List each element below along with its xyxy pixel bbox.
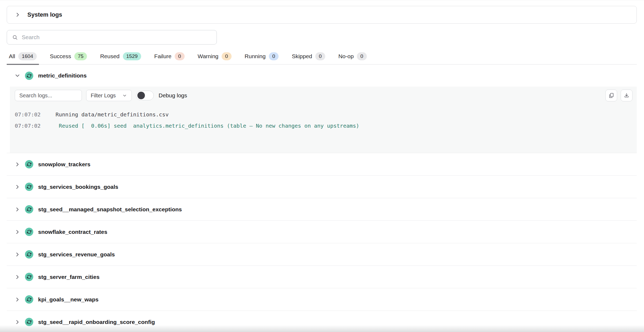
tab-count-badge: 1604 <box>18 52 36 60</box>
tab-reused[interactable]: Reused 1529 <box>98 52 143 65</box>
system-logs-title: System logs <box>27 11 62 18</box>
tab-label: Running <box>245 53 266 60</box>
chevron-down-icon <box>122 94 127 98</box>
tab-count-badge: 0 <box>269 52 279 60</box>
log-timestamp: 07:07:02 <box>15 120 56 131</box>
tab-count-badge: 0 <box>222 52 232 60</box>
node-label: snowplow_trackers <box>38 161 90 168</box>
log-group-row[interactable]: stg_seed__rapid_onboarding_score_config <box>7 311 637 332</box>
log-timestamp: 07:07:02 <box>15 109 56 120</box>
log-group-row[interactable]: kpi_goals__new_waps <box>7 288 637 311</box>
node-label: stg_server_farm_cities <box>38 274 100 280</box>
tab-failure[interactable]: Failure 0 <box>152 52 187 65</box>
log-line: 07:07:02 Running data/metric_definitions… <box>15 109 632 120</box>
tab-label: Failure <box>154 53 171 60</box>
node-label: stg_services_revenue_goals <box>38 251 115 258</box>
node-label: metric_definitions <box>38 72 87 79</box>
filter-logs-dropdown[interactable]: Filter Logs <box>86 90 132 101</box>
search-box[interactable] <box>7 30 217 45</box>
tab-success[interactable]: Success 75 <box>48 52 89 65</box>
log-group-row[interactable]: stg_services_bookings_goals <box>7 176 637 198</box>
node-label: stg_seed__managed_snapshot_selection_exc… <box>38 206 182 213</box>
reused-status-icon <box>25 72 33 80</box>
tab-label: Warning <box>198 53 218 60</box>
node-label: stg_seed__rapid_onboarding_score_config <box>38 319 155 325</box>
tab-label: All <box>9 53 15 60</box>
log-toolbar: Filter Logs Debug logs <box>15 90 632 101</box>
log-line: 07:07:02 Reused [ 0.06s] seed analytics.… <box>15 120 632 131</box>
chevron-right-icon[interactable] <box>15 184 20 190</box>
log-group-row[interactable]: stg_server_farm_cities <box>7 266 637 288</box>
debug-logs-toggle[interactable] <box>136 91 154 100</box>
chevron-right-icon[interactable] <box>15 229 20 235</box>
reused-status-icon <box>25 160 33 168</box>
log-group-row[interactable]: snowplow_trackers <box>7 153 637 176</box>
node-label: kpi_goals__new_waps <box>38 296 98 303</box>
tab-count-badge: 75 <box>74 52 87 60</box>
tab-no-op[interactable]: No-op 0 <box>336 52 369 65</box>
tab-label: Reused <box>100 53 119 60</box>
toggle-knob <box>137 92 145 99</box>
tab-running[interactable]: Running 0 <box>243 52 281 65</box>
tab-warning[interactable]: Warning 0 <box>196 52 234 65</box>
reused-status-icon <box>25 183 33 191</box>
chevron-right-icon[interactable] <box>15 207 20 212</box>
tab-count-badge: 0 <box>175 52 185 60</box>
tab-skipped[interactable]: Skipped 0 <box>290 52 327 65</box>
chevron-right-icon[interactable] <box>15 319 20 325</box>
log-group-row[interactable]: stg_seed__managed_snapshot_selection_exc… <box>7 198 637 221</box>
reused-status-icon <box>25 228 33 236</box>
log-search-box[interactable] <box>15 90 82 101</box>
tab-count-badge: 0 <box>315 52 325 60</box>
chevron-right-icon[interactable] <box>15 162 20 167</box>
status-tabs: All 1604 Success 75 Reused 1529 Failure … <box>7 52 637 65</box>
log-message: Reused [ 0.06s] seed analytics.metric_de… <box>56 120 359 131</box>
tab-all[interactable]: All 1604 <box>7 52 39 65</box>
log-group-row[interactable]: snowflake_contract_rates <box>7 221 637 243</box>
chevron-right-icon[interactable] <box>15 12 20 17</box>
chevron-right-icon[interactable] <box>15 252 20 257</box>
debug-logs-label: Debug logs <box>159 92 187 99</box>
log-group-row[interactable]: stg_services_revenue_goals <box>7 243 637 266</box>
tab-count-badge: 0 <box>357 52 367 60</box>
log-group-list: snowplow_trackers stg_services_bookings_… <box>7 153 637 332</box>
chevron-down-icon[interactable] <box>15 73 20 78</box>
log-output: 07:07:02 Running data/metric_definitions… <box>15 109 632 131</box>
reused-status-icon <box>25 318 33 326</box>
search-icon <box>12 35 18 40</box>
tab-label: Skipped <box>292 53 312 60</box>
copy-icon <box>608 93 614 98</box>
log-search-input[interactable] <box>19 93 77 99</box>
reused-status-icon <box>25 250 33 259</box>
node-label: stg_services_bookings_goals <box>38 184 118 190</box>
system-logs-header[interactable]: System logs <box>7 6 637 24</box>
tab-label: No-op <box>338 53 354 60</box>
node-label: snowflake_contract_rates <box>38 229 107 235</box>
download-logs-button[interactable] <box>621 90 632 101</box>
chevron-right-icon[interactable] <box>15 274 20 280</box>
log-message: Running data/metric_definitions.csv <box>56 109 169 120</box>
tab-label: Success <box>50 53 71 60</box>
log-group-row-expanded[interactable]: metric_definitions <box>7 67 637 84</box>
reused-status-icon <box>25 295 33 304</box>
copy-logs-button[interactable] <box>605 90 617 101</box>
download-icon <box>624 93 630 98</box>
page: System logs All 1604 Success 75 Reused 1… <box>0 0 644 332</box>
chevron-right-icon[interactable] <box>15 297 20 302</box>
log-panel: Filter Logs Debug logs <box>10 87 637 153</box>
search-input[interactable] <box>22 34 217 40</box>
reused-status-icon <box>25 205 33 213</box>
reused-status-icon <box>25 273 33 281</box>
filter-logs-label: Filter Logs <box>91 93 116 99</box>
tab-count-badge: 1529 <box>123 52 141 60</box>
